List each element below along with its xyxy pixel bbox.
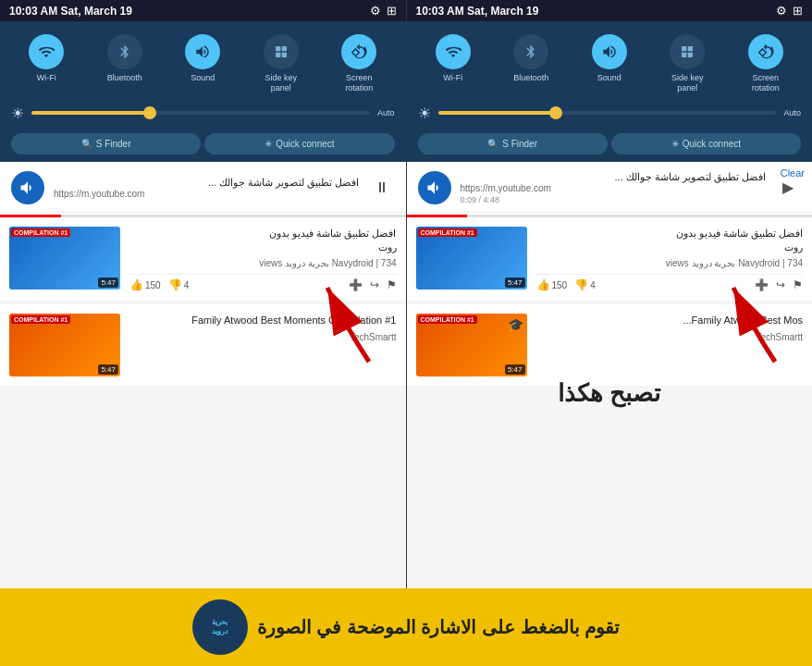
right-sidekey-toggle[interactable]: Side key panel (670, 34, 705, 93)
right-share-btn[interactable]: ↪ (776, 278, 785, 291)
quickconnect-icon: ✳ (265, 139, 272, 149)
left-likes: 150 (145, 280, 161, 290)
right-flag-icon: ⚑ (793, 278, 803, 291)
left-brightness-row: ☀ Auto (7, 99, 399, 128)
right-sound-toggle[interactable]: Sound (592, 34, 627, 93)
left-bt-toggle[interactable]: Bluetooth (107, 34, 142, 93)
left-compilation2-badge: COMPILATION #1 (11, 315, 70, 324)
right-settings-icon[interactable]: ⚙ (776, 4, 787, 18)
left-video2-thumb[interactable]: COMPILATION #1 5:47 (9, 314, 120, 376)
left-sound-toggle[interactable]: Sound (185, 34, 220, 93)
right-brightness-knob (549, 106, 562, 119)
left-like-btn[interactable]: 👍 150 (129, 278, 161, 291)
right-notif-card: افضل تطبيق لتصوير شاشة جوالك ... https:/… (407, 164, 813, 213)
right-yt-progress-fill (407, 215, 468, 217)
right-brightness-row: ☀ Auto (414, 99, 806, 128)
left-share-btn[interactable]: ↪ (370, 278, 379, 291)
right-video-item-2: COMPILATION #1 5:47 🎓 Family Atwood Best… (407, 304, 813, 386)
right-quick-buttons: 🔍 S Finder ✳ Quick connect (414, 128, 806, 162)
right-screen: 10:03 AM Sat, March 19 ⚙ ⊞ Wi-Fi (407, 0, 813, 588)
left-pause-btn[interactable]: ⏸ (369, 175, 395, 201)
right-bt-icon-circle (513, 34, 548, 69)
left-add-btn[interactable]: ➕ (349, 278, 363, 291)
right-dislike-btn[interactable]: 👎 4 (574, 278, 596, 291)
right-video-thumb[interactable]: COMPILATION #1 5:47 (416, 227, 527, 290)
left-dislikes: 4 (184, 280, 190, 290)
left-status-bar: 10:03 AM Sat, March 19 ⚙ ⊞ (0, 0, 406, 21)
left-yt-progress-bar (0, 215, 406, 217)
left-rotation-toggle[interactable]: Screen rotation (341, 34, 376, 93)
dislike-icon: 👎 (168, 278, 182, 291)
right-like-btn[interactable]: 👍 150 (536, 278, 568, 291)
left-sidekey-toggle[interactable]: Side key panel (264, 34, 299, 93)
left-dislike-btn[interactable]: 👎 4 (168, 278, 190, 291)
right-status-icons: ⚙ ⊞ (776, 4, 803, 18)
right-play-btn[interactable]: ▶ (775, 175, 801, 201)
right-flag-btn[interactable]: ⚑ (793, 278, 803, 291)
right-video-item-1: COMPILATION #1 5:47 افضل تطبيق شاشة فيدي… (407, 217, 813, 302)
left-quickconnect-btn[interactable]: ✳ Quick connect (204, 133, 394, 154)
left-video2-thumb-row: COMPILATION #1 5:47 Family Atwood Best M… (9, 314, 397, 376)
left-rotation-icon-circle (341, 34, 376, 69)
left-sfinder-btn[interactable]: 🔍 S Finder (11, 133, 201, 154)
grid-icon[interactable]: ⊞ (387, 4, 397, 18)
left-quick-toggles: Wi-Fi Bluetooth Sound (7, 29, 399, 99)
left-brightness-bar[interactable] (31, 111, 370, 115)
right-yt-progress-bar (407, 215, 813, 217)
left-video-actions: 👍 150 👎 4 ➕ (129, 274, 397, 291)
flag-icon: ⚑ (387, 278, 397, 291)
right-grid-icon[interactable]: ⊞ (793, 4, 803, 18)
left-time: 10:03 AM Sat, March 19 (9, 5, 132, 18)
right-clear-btn[interactable]: Clear (781, 167, 805, 179)
right-video-title: افضل تطبيق شاشة فيديو بدون روت (536, 227, 804, 255)
right-add-btn[interactable]: ➕ (755, 278, 769, 291)
right-bt-toggle[interactable]: Bluetooth (513, 34, 548, 93)
right-sfinder-label: S Finder (502, 139, 537, 149)
right-likes: 150 (552, 280, 568, 290)
left-compilation-badge: COMPILATION #1 (11, 228, 70, 237)
logo-line2: درويد (212, 627, 228, 636)
right-channel: Navydroid | 734 بحرية درويد views (536, 258, 804, 268)
left-flag-btn[interactable]: ⚑ (387, 278, 397, 291)
left-duration: 5:47 (98, 278, 118, 288)
right-video2-thumb[interactable]: COMPILATION #1 5:47 🎓 (416, 314, 527, 376)
left-duration2: 5:47 (98, 364, 118, 375)
settings-icon[interactable]: ⚙ (370, 4, 381, 18)
left-yt-progress-fill (0, 215, 61, 217)
left-brightness-icon[interactable]: ☀ (11, 105, 24, 122)
add-icon: ➕ (349, 278, 363, 291)
right-brightness-icon[interactable]: ☀ (418, 105, 431, 122)
left-brightness-fill (31, 111, 150, 115)
left-wifi-toggle[interactable]: Wi-Fi (29, 34, 64, 93)
logo-text: بحرية درويد (212, 618, 228, 635)
right-wifi-icon-circle (436, 34, 471, 69)
right-add-icon: ➕ (755, 278, 769, 291)
right-share-icon: ↪ (776, 278, 785, 291)
right-yt-content: COMPILATION #1 5:47 افضل تطبيق شاشة فيدي… (407, 215, 813, 588)
left-quick-buttons: 🔍 S Finder ✳ Quick connect (7, 128, 399, 162)
right-quick-toggles: Wi-Fi Bluetooth Sound (414, 29, 806, 99)
like-icon: 👍 (129, 278, 143, 291)
svg-rect-7 (682, 53, 686, 57)
left-notif-app-icon (11, 171, 44, 204)
right-sfinder-icon: 🔍 (487, 139, 498, 149)
left-yt-content: COMPILATION #1 5:47 افضل تطبيق شاشة فيدي… (0, 215, 406, 588)
right-sfinder-btn[interactable]: 🔍 S Finder (418, 133, 608, 154)
right-quickconnect-label: Quick connect (683, 139, 741, 149)
left-notif-text: افضل تطبيق لتصوير شاشة جوالك ... https:/… (54, 177, 360, 199)
left-auto-label: Auto (377, 108, 395, 117)
right-wifi-toggle[interactable]: Wi-Fi (436, 34, 471, 93)
right-quickconnect-btn[interactable]: ✳ Quick connect (611, 133, 801, 154)
right-rotation-toggle[interactable]: Screen rotation (748, 34, 783, 93)
left-channel2: TechSmartt (129, 332, 397, 342)
svg-rect-1 (281, 46, 286, 51)
right-notif-title: افضل تطبيق لتصوير شاشة جوالك ... (461, 171, 767, 183)
right-bt-label: Bluetooth (513, 73, 548, 83)
right-compilation2-badge: COMPILATION #1 (418, 315, 477, 324)
right-duration2: 5:47 (505, 364, 525, 375)
left-wifi-label: Wi-Fi (37, 73, 56, 83)
right-brightness-bar[interactable] (438, 111, 777, 115)
left-video2-info: Family Atwood Best Moments Compilation #… (129, 314, 397, 376)
left-video-thumb[interactable]: COMPILATION #1 5:47 (9, 227, 120, 290)
right-compilation-badge: COMPILATION #1 (418, 228, 477, 237)
